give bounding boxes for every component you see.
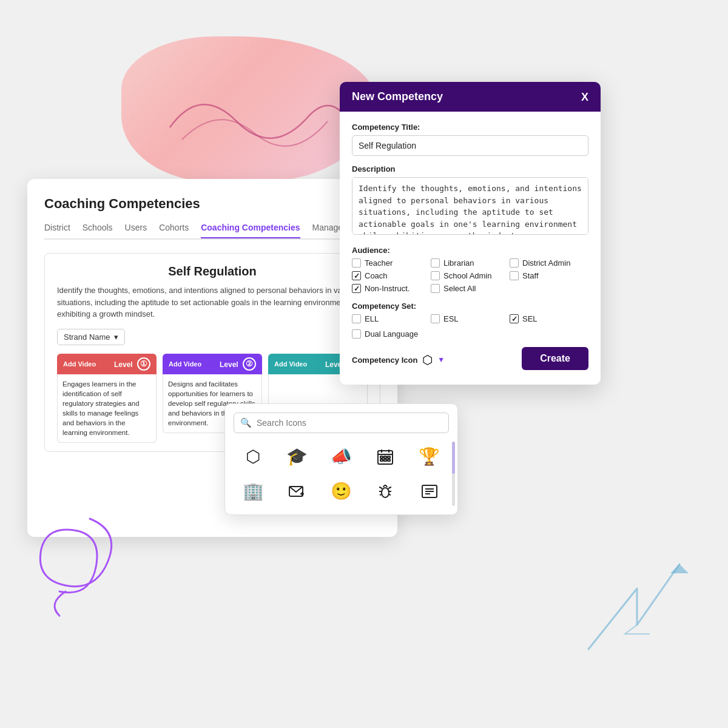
- create-button[interactable]: Create: [522, 347, 588, 370]
- background-pink-blob: [121, 36, 376, 182]
- level-label-1: Level ①: [114, 357, 150, 371]
- nav-item-coaching-competencies[interactable]: Coaching Competencies: [201, 223, 300, 238]
- strand-dropdown[interactable]: Strand Name ▾: [57, 329, 125, 345]
- audience-non-instruct-checkbox[interactable]: ✓: [352, 284, 361, 293]
- icon-mail-add[interactable]: [278, 476, 317, 506]
- icon-scrollbar-thumb: [452, 442, 455, 474]
- audience-school-admin-checkbox[interactable]: [431, 271, 440, 280]
- dialog-title: New Competency: [352, 90, 443, 103]
- blue-arrow-decoration: [570, 540, 704, 673]
- audience-non-instruct-label: Non-Instruct.: [365, 284, 410, 293]
- svg-line-17: [380, 494, 382, 495]
- audience-district-admin-row[interactable]: District Admin: [510, 258, 588, 268]
- dialog-close-button[interactable]: X: [581, 92, 588, 103]
- nav-item-district[interactable]: District: [44, 223, 70, 238]
- icon-search-input[interactable]: [257, 418, 442, 428]
- svg-marker-0: [670, 564, 689, 573]
- audience-teacher-label: Teacher: [365, 258, 393, 268]
- icon-search-row: 🔍: [234, 413, 449, 433]
- audience-school-admin-row[interactable]: School Admin: [431, 271, 510, 280]
- competency-title-input[interactable]: [352, 135, 588, 156]
- competency-icon-label: Competency Icon: [352, 356, 417, 365]
- icon-scrollbar: [452, 442, 455, 506]
- audience-coach-label: Coach: [365, 271, 388, 280]
- coaching-nav: District Schools Users Cohorts Coaching …: [44, 223, 380, 240]
- svg-rect-9: [384, 459, 386, 461]
- competency-set-grid: ELL ESL ✓ SEL: [352, 314, 588, 323]
- svg-point-14: [382, 488, 389, 497]
- competency-title-label: Competency Title:: [352, 123, 588, 132]
- svg-rect-10: [388, 459, 390, 461]
- competency-icon-dropdown-arrow[interactable]: ▼: [437, 356, 445, 364]
- svg-rect-6: [384, 456, 386, 458]
- audience-staff-checkbox[interactable]: [510, 271, 519, 280]
- set-sel-checkbox[interactable]: ✓: [510, 314, 519, 323]
- level-label-2: Level ②: [220, 357, 256, 371]
- add-video-1[interactable]: Add Video: [63, 360, 96, 368]
- icon-grid: ⬡ 🎓 📣 🏆 🏢: [234, 442, 449, 506]
- set-sel-row[interactable]: ✓ SEL: [510, 314, 588, 323]
- nav-item-cohorts[interactable]: Cohorts: [159, 223, 189, 238]
- svg-line-18: [389, 494, 391, 495]
- coaching-panel-title: Coaching Competencies: [44, 196, 380, 212]
- icon-graduation[interactable]: 🎓: [278, 442, 317, 471]
- icon-cube[interactable]: ⬡: [234, 442, 273, 471]
- level-num-2: ②: [243, 357, 256, 371]
- set-sel-label: SEL: [522, 314, 538, 323]
- description-label: Description: [352, 164, 588, 174]
- icon-megaphone[interactable]: 📣: [322, 442, 361, 471]
- audience-grid: Teacher Librarian District Admin ✓ Coach…: [352, 258, 588, 293]
- audience-staff-label: Staff: [522, 271, 539, 280]
- level-body-1: Engages learners in the identification o…: [57, 374, 157, 443]
- audience-select-all-row[interactable]: Select All: [431, 284, 510, 293]
- set-dual-language-row[interactable]: Dual Language: [352, 329, 588, 339]
- competency-card-desc: Identify the thoughts, emotions, and int…: [57, 285, 368, 320]
- audience-select-all-label: Select All: [443, 284, 476, 293]
- level-header-1: Add Video Level ①: [57, 354, 157, 374]
- set-ell-checkbox[interactable]: [352, 314, 361, 323]
- icon-list[interactable]: [410, 476, 449, 506]
- competency-icon-row: Competency Icon ⬡ ▼: [352, 352, 445, 367]
- svg-rect-7: [388, 456, 390, 458]
- set-dual-language-label: Dual Language: [365, 329, 418, 339]
- audience-coach-checkbox[interactable]: ✓: [352, 271, 361, 280]
- audience-staff-row[interactable]: Staff: [510, 271, 588, 280]
- strand-dropdown-label: Strand Name: [64, 332, 110, 342]
- set-ell-row[interactable]: ELL: [352, 314, 431, 323]
- nav-item-users[interactable]: Users: [125, 223, 147, 238]
- set-dual-language-checkbox[interactable]: [352, 329, 361, 339]
- icon-picker-dropdown: 🔍 ⬡ 🎓 📣 🏆 🏢: [224, 403, 458, 515]
- audience-librarian-checkbox[interactable]: [431, 258, 440, 268]
- svg-rect-8: [380, 459, 383, 461]
- icon-bug[interactable]: [366, 476, 405, 506]
- search-icon: 🔍: [240, 417, 252, 428]
- audience-librarian-label: Librarian: [443, 258, 474, 268]
- strand-dropdown-arrow: ▾: [114, 332, 118, 342]
- nav-item-schools[interactable]: Schools: [83, 223, 113, 238]
- set-esl-checkbox[interactable]: [431, 314, 440, 323]
- audience-select-all-checkbox[interactable]: [431, 284, 440, 293]
- svg-rect-5: [380, 456, 383, 458]
- icon-calendar[interactable]: [366, 442, 405, 471]
- competency-set-label: Competency Set:: [352, 302, 588, 311]
- audience-district-admin-checkbox[interactable]: [510, 258, 519, 268]
- audience-teacher-checkbox[interactable]: [352, 258, 361, 268]
- dialog-body: Competency Title: Description Identify t…: [340, 112, 601, 385]
- new-competency-dialog: New Competency X Competency Title: Descr…: [340, 82, 601, 385]
- competency-card-title: Self Regulation: [57, 265, 368, 278]
- icon-building[interactable]: 🏢: [234, 476, 273, 506]
- set-esl-row[interactable]: ESL: [431, 314, 510, 323]
- audience-librarian-row[interactable]: Librarian: [431, 258, 510, 268]
- dialog-header: New Competency X: [340, 82, 601, 112]
- add-video-2[interactable]: Add Video: [169, 360, 201, 368]
- audience-coach-row[interactable]: ✓ Coach: [352, 271, 431, 280]
- set-esl-label: ESL: [443, 314, 459, 323]
- description-textarea[interactable]: Identify the thoughts, emotions, and int…: [352, 177, 588, 235]
- add-video-3[interactable]: Add Video: [274, 360, 307, 368]
- level-num-1: ①: [137, 357, 150, 371]
- icon-smiley[interactable]: 🙂: [322, 476, 361, 506]
- audience-school-admin-label: School Admin: [443, 271, 492, 280]
- audience-non-instruct-row[interactable]: ✓ Non-Instruct.: [352, 284, 431, 293]
- icon-trophy[interactable]: 🏆: [410, 442, 449, 471]
- audience-teacher-row[interactable]: Teacher: [352, 258, 431, 268]
